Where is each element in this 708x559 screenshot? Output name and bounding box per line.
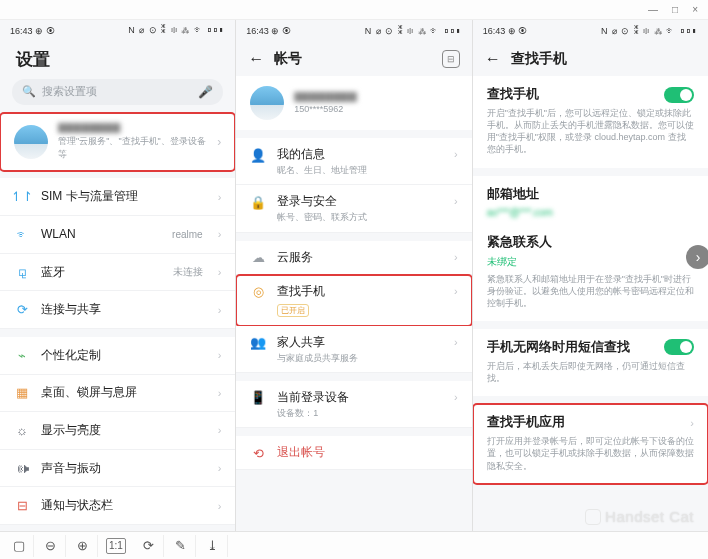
block-label: 邮箱地址 [487, 186, 694, 203]
window-minimize[interactable]: — [648, 4, 658, 15]
profile-card[interactable]: ████████ 150****5962 [236, 76, 471, 130]
row-my-info[interactable]: 👤 我的信息 昵名、生日、地址管理 › [236, 138, 471, 185]
email-block[interactable]: 邮箱地址 ao***@***.com [473, 176, 708, 224]
wifi-icon: ᯤ [14, 226, 30, 242]
phone-icon: 📱 [250, 390, 266, 406]
status-indicators: N ⌀ ⊙ ⁑ ፨ ⁂ ᯤ ▯▯▮ [128, 25, 225, 36]
row-sub: 帐号、密码、联系方式 [277, 212, 443, 223]
brightness-icon: ☼ [14, 422, 30, 438]
account-row[interactable]: ████████ 管理"云服务"、"查找手机"、登录设备等 › [0, 113, 235, 171]
row-sub: 与家庭成员共享服务 [277, 353, 443, 364]
status-time: 16:43 ⊕ ⦿ [10, 26, 55, 36]
account-name-blurred: ████████ [58, 123, 207, 133]
page-title: 帐号 [274, 50, 431, 68]
status-time: 16:43 ⊕ ⦿ [483, 26, 528, 36]
block-label: 查找手机应用 [487, 414, 683, 431]
profile-phone: 150****5962 [294, 104, 457, 114]
nav-header: ← 查找手机 [473, 42, 708, 76]
chevron-right-icon: › [218, 424, 222, 436]
phones-row: 16:43 ⊕ ⦿ N ⌀ ⊙ ⁑ ፨ ⁂ ᯤ ▯▯▮ 设置 🔍 搜索设置项 🎤… [0, 20, 708, 531]
row-desktop-lock[interactable]: ▦ 桌面、锁屏与息屏 › [0, 375, 235, 413]
toggle-sms-find[interactable] [664, 339, 694, 355]
scan-icon[interactable]: ⊟ [442, 50, 460, 68]
back-button[interactable]: ← [485, 50, 501, 68]
page-title: 设置 [0, 42, 235, 79]
nav-header: ← 帐号 ⊟ [236, 42, 471, 76]
row-bluetooth[interactable]: ⚼ 蓝牙 未连接 › [0, 254, 235, 292]
sim-icon: ↿↾ [14, 189, 30, 205]
block-desc: 紧急联系人和邮箱地址用于在登录"查找手机"时进行身份验证。以避免他人使用您的帐号… [487, 273, 694, 309]
notification-icon: ⊟ [14, 498, 30, 514]
zoom-in-button[interactable]: ⊕ [68, 535, 98, 557]
sms-block: 手机无网络时用短信查找 开启后，本机丢失后即使无网络，仍可通过短信查找。 [473, 329, 708, 396]
status-indicators: N ⌀ ⊙ ⁑ ፨ ⁂ ᯤ ▯▯▮ [601, 26, 698, 37]
chevron-right-icon: › [218, 500, 222, 512]
row-label: 家人共享 [277, 334, 443, 351]
row-personalize[interactable]: ⌁ 个性化定制 › [0, 337, 235, 375]
row-label: 声音与振动 [41, 460, 207, 477]
window-titlebar: — □ × [0, 0, 708, 20]
row-devices[interactable]: 📱 当前登录设备 设备数：1 › [236, 381, 471, 428]
row-label: 我的信息 [277, 146, 443, 163]
rotate-button[interactable]: ⟳ [134, 535, 164, 557]
row-sub: 设备数：1 [277, 408, 443, 419]
row-connection-share[interactable]: ⟳ 连接与共享 › [0, 291, 235, 329]
next-image-button[interactable]: › [686, 245, 708, 269]
chevron-right-icon: › [454, 391, 458, 403]
chevron-right-icon: › [218, 304, 222, 316]
bluetooth-icon: ⚼ [14, 264, 30, 280]
block-label: 查找手机 [487, 86, 656, 103]
profile-name-blurred: ████████ [294, 92, 457, 102]
status-indicators: N ⌀ ⊙ ⁑ ፨ ⁂ ᯤ ▯▯▮ [365, 26, 462, 37]
row-wlan[interactable]: ᯤ WLAN realme › [0, 216, 235, 254]
chevron-right-icon: › [218, 387, 222, 399]
row-sim[interactable]: ↿↾ SIM 卡与流量管理 › [0, 178, 235, 216]
zoom-out-button[interactable]: ⊖ [36, 535, 66, 557]
back-button[interactable]: ← [248, 50, 264, 68]
desktop-icon: ▦ [14, 385, 30, 401]
phone-find: 16:43 ⊕ ⦿ N ⌀ ⊙ ⁑ ፨ ⁂ ᯤ ▯▯▮ ← 查找手机 查找手机 … [473, 20, 708, 531]
chevron-right-icon: › [454, 336, 458, 348]
row-label: 连接与共享 [41, 301, 207, 318]
row-find-phone[interactable]: ◎ 查找手机 已开启 › [236, 275, 471, 326]
row-label: 退出帐号 [277, 444, 457, 461]
download-button[interactable]: ⤓ [198, 535, 228, 557]
fit-button[interactable]: ▢ [4, 535, 34, 557]
chevron-right-icon: › [217, 135, 221, 149]
row-label: 蓝牙 [41, 264, 162, 281]
contact-block[interactable]: 紧急联系人 未绑定 紧急联系人和邮箱地址用于在登录"查找手机"时进行身份验证。以… [473, 224, 708, 321]
chevron-right-icon: › [454, 285, 458, 297]
row-sub: 昵名、生日、地址管理 [277, 165, 443, 176]
row-display[interactable]: ☼ 显示与亮度 › [0, 412, 235, 450]
mic-icon[interactable]: 🎤 [198, 85, 213, 99]
find-phone-app-block[interactable]: 查找手机应用 › 打开应用并登录帐号后，即可定位此帐号下设备的位置，也可以锁定手… [473, 404, 708, 483]
search-icon: 🔍 [22, 85, 36, 98]
actual-size-button[interactable]: 1:1 [106, 538, 126, 554]
row-login-security[interactable]: 🔒 登录与安全 帐号、密码、联系方式 › [236, 185, 471, 232]
row-notification[interactable]: ⊟ 通知与状态栏 › [0, 487, 235, 525]
chevron-right-icon: › [454, 148, 458, 160]
edit-button[interactable]: ✎ [166, 535, 196, 557]
family-icon: 👥 [250, 335, 266, 351]
watermark-icon [585, 509, 601, 525]
cloud-icon: ☁ [250, 250, 266, 266]
status-time: 16:43 ⊕ ⦿ [246, 26, 291, 36]
row-value: 未连接 [173, 265, 203, 279]
row-label: 桌面、锁屏与息屏 [41, 384, 207, 401]
row-cloud-service[interactable]: ☁ 云服务 › [236, 241, 471, 275]
find-phone-toggle-block: 查找手机 开启"查找手机"后，您可以远程定位、锁定或抹除此手机。从而防止丢失的手… [473, 76, 708, 168]
status-bar: 16:43 ⊕ ⦿ N ⌀ ⊙ ⁑ ፨ ⁂ ᯤ ▯▯▮ [236, 20, 471, 42]
row-logout[interactable]: ⟲ 退出帐号 [236, 436, 471, 470]
search-input[interactable]: 🔍 搜索设置项 🎤 [12, 79, 223, 105]
row-family-share[interactable]: 👥 家人共享 与家庭成员共享服务 › [236, 326, 471, 373]
row-sound[interactable]: 🕪 声音与振动 › [0, 450, 235, 488]
share-icon: ⟳ [14, 302, 30, 318]
row-label: 当前登录设备 [277, 389, 443, 406]
window-maximize[interactable]: □ [672, 4, 678, 15]
chevron-right-icon: › [218, 462, 222, 474]
chevron-right-icon: › [454, 195, 458, 207]
window-close[interactable]: × [692, 4, 698, 15]
row-value: realme [172, 229, 203, 240]
person-icon: 👤 [250, 147, 266, 163]
toggle-find-phone[interactable] [664, 87, 694, 103]
